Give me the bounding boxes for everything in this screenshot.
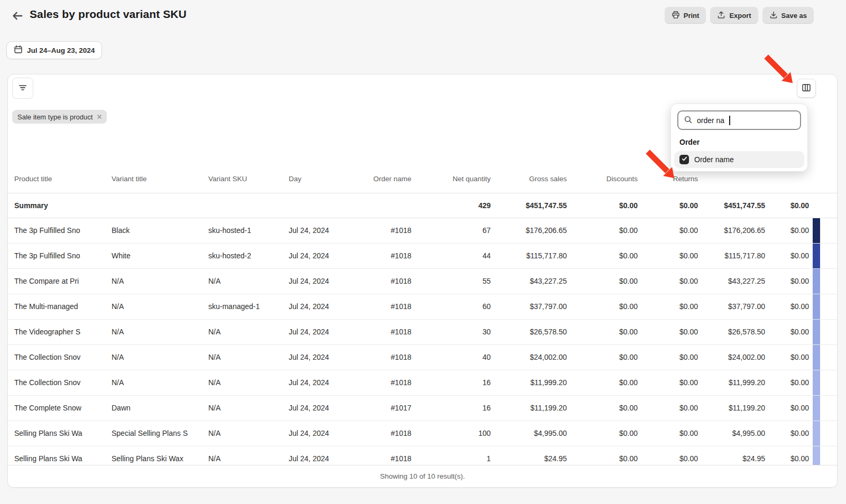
gross-sales-cell: $176,206.65	[491, 218, 567, 243]
variant-sku-cell: N/A	[202, 370, 282, 395]
back-button[interactable]	[10, 8, 25, 24]
variant-sku-cell: N/A	[202, 344, 282, 370]
discounts-cell: $0.00	[567, 243, 638, 268]
day-cell: Jul 24, 2024	[282, 421, 353, 446]
product-title-cell: The Collection Snov	[8, 344, 105, 370]
export-icon	[717, 11, 725, 21]
filter-icon	[18, 83, 27, 94]
table-row: The Complete Snow Dawn N/A Jul 24, 2024 …	[8, 395, 838, 421]
net-quantity-cell: 67	[411, 218, 491, 243]
table-row: The Videographer S N/A N/A Jul 24, 2024 …	[8, 319, 838, 344]
net-quantity-cell: 60	[411, 294, 491, 319]
summary-empty	[282, 193, 353, 218]
date-range-button[interactable]: Jul 24–Aug 23, 2024	[6, 41, 102, 59]
check-icon	[681, 155, 688, 164]
product-title-cell: Selling Plans Ski Wa	[8, 421, 105, 446]
day-cell: Jul 24, 2024	[282, 370, 353, 395]
variant-title-cell: Dawn	[105, 395, 202, 421]
variant-sku-cell: N/A	[202, 268, 282, 294]
order-name-cell: #1018	[353, 243, 411, 268]
save-as-label: Save as	[781, 12, 807, 20]
heat-cell-empty	[809, 193, 838, 218]
calendar-icon	[14, 45, 23, 55]
day-cell: Jul 24, 2024	[282, 268, 353, 294]
returns-cell: $0.00	[638, 294, 698, 319]
col-strip	[809, 165, 838, 193]
returns-cell: $0.00	[638, 421, 698, 446]
table-row: The Compare at Pri N/A N/A Jul 24, 2024 …	[8, 268, 838, 294]
day-cell: Jul 24, 2024	[282, 218, 353, 243]
edit-columns-button[interactable]	[797, 79, 816, 98]
filter-chip[interactable]: Sale item type is product	[12, 110, 107, 124]
net-quantity-cell: 44	[411, 243, 491, 268]
product-title-cell: The Collection Snov	[8, 370, 105, 395]
variant-title-cell: Black	[105, 218, 202, 243]
order-name-cell: #1018	[353, 370, 411, 395]
net-sales-cell: $176,206.65	[698, 218, 765, 243]
col-net-quantity[interactable]: Net quantity	[411, 165, 491, 193]
summary-empty	[353, 193, 411, 218]
net-quantity-cell: 16	[411, 370, 491, 395]
chip-dismiss-icon[interactable]	[96, 114, 103, 120]
col-gross-sales[interactable]: Gross sales	[491, 165, 567, 193]
col-discounts[interactable]: Discounts	[567, 165, 638, 193]
net-sales-cell: $11,199.20	[698, 395, 765, 421]
col-day[interactable]: Day	[282, 165, 353, 193]
col-order-name[interactable]: Order name	[353, 165, 411, 193]
columns-popover: order na Order Order name	[670, 104, 808, 172]
day-cell: Jul 24, 2024	[282, 243, 353, 268]
save-as-button[interactable]: Save as	[762, 7, 814, 24]
filter-toggle-button[interactable]	[12, 78, 33, 99]
variant-sku-cell: sku-managed-1	[202, 294, 282, 319]
variant-sku-cell: sku-hosted-1	[202, 218, 282, 243]
gross-sales-cell: $11,199.20	[491, 395, 567, 421]
variant-sku-cell: N/A	[202, 421, 282, 446]
printer-icon	[672, 11, 680, 21]
table-body: Summary 429 $451,747.55 $0.00 $0.00 $451…	[8, 193, 838, 471]
table-row: The 3p Fulfilled Sno White sku-hosted-2 …	[8, 243, 838, 268]
print-button[interactable]: Print	[665, 7, 706, 24]
product-title-cell: The Complete Snow	[8, 395, 105, 421]
variant-sku-cell: N/A	[202, 319, 282, 344]
net-sales-cell: $11,999.20	[698, 370, 765, 395]
summary-returns: $0.00	[638, 193, 698, 218]
columns-icon	[802, 83, 811, 94]
heat-cell	[809, 243, 838, 268]
print-label: Print	[684, 12, 700, 20]
col-variant-title[interactable]: Variant title	[105, 165, 202, 193]
net-quantity-cell: 55	[411, 268, 491, 294]
net-sales-cell: $26,578.50	[698, 319, 765, 344]
search-icon	[684, 115, 693, 126]
summary-qty: 429	[411, 193, 491, 218]
summary-gross: $451,747.55	[491, 193, 567, 218]
popover-search-input[interactable]: order na	[677, 110, 801, 130]
tax-cell: $0.00	[765, 243, 809, 268]
day-cell: Jul 24, 2024	[282, 344, 353, 370]
gross-sales-cell: $26,578.50	[491, 319, 567, 344]
net-quantity-cell: 40	[411, 344, 491, 370]
variant-title-cell: N/A	[105, 344, 202, 370]
discounts-cell: $0.00	[567, 319, 638, 344]
discounts-cell: $0.00	[567, 395, 638, 421]
net-quantity-cell: 100	[411, 421, 491, 446]
column-option-label: Order name	[694, 155, 734, 164]
table-row: The Multi-managed N/A sku-managed-1 Jul …	[8, 294, 838, 319]
col-product-title[interactable]: Product title	[8, 165, 105, 193]
search-value: order na	[697, 116, 724, 125]
net-sales-cell: $37,797.00	[698, 294, 765, 319]
table-row: The Collection Snov N/A N/A Jul 24, 2024…	[8, 370, 838, 395]
variant-title-cell: White	[105, 243, 202, 268]
order-name-cell: #1018	[353, 344, 411, 370]
page-title: Sales by product variant SKU	[30, 8, 187, 21]
order-name-checkbox[interactable]	[679, 155, 689, 164]
gross-sales-cell: $24,002.00	[491, 344, 567, 370]
net-quantity-cell: 30	[411, 319, 491, 344]
export-button[interactable]: Export	[710, 7, 758, 24]
col-variant-sku[interactable]: Variant SKU	[202, 165, 282, 193]
heat-cell	[809, 395, 838, 421]
save-as-icon	[769, 11, 778, 21]
net-quantity-cell: 16	[411, 395, 491, 421]
page-header: Sales by product variant SKU Print Expor…	[0, 0, 846, 32]
column-option-order-name[interactable]: Order name	[674, 151, 804, 168]
net-sales-cell: $43,227.25	[698, 268, 765, 294]
